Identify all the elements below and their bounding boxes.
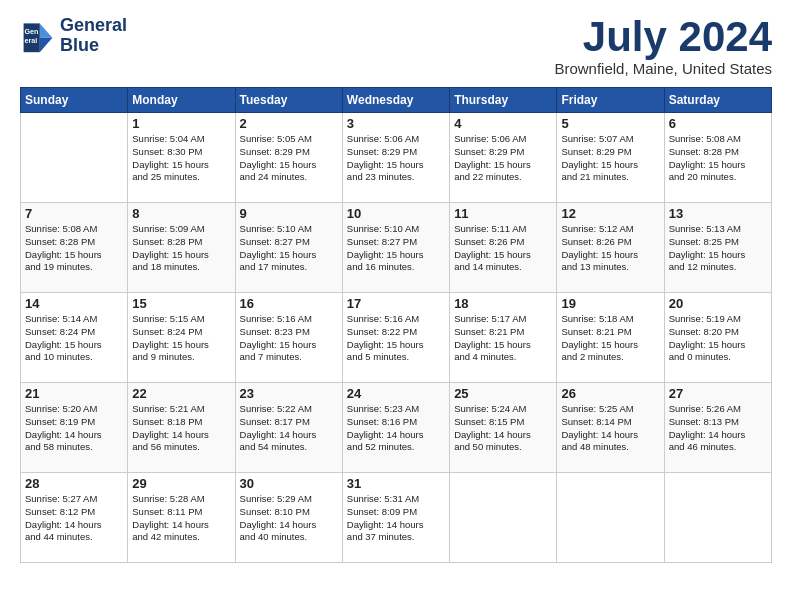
calendar-cell: 27Sunrise: 5:26 AM Sunset: 8:13 PM Dayli… bbox=[664, 383, 771, 473]
calendar-cell: 25Sunrise: 5:24 AM Sunset: 8:15 PM Dayli… bbox=[450, 383, 557, 473]
calendar-cell: 20Sunrise: 5:19 AM Sunset: 8:20 PM Dayli… bbox=[664, 293, 771, 383]
logo-line1: General bbox=[60, 16, 127, 36]
day-number: 9 bbox=[240, 206, 338, 221]
logo-line2: Blue bbox=[60, 36, 127, 56]
calendar-cell: 19Sunrise: 5:18 AM Sunset: 8:21 PM Dayli… bbox=[557, 293, 664, 383]
day-info: Sunrise: 5:20 AM Sunset: 8:19 PM Dayligh… bbox=[25, 403, 123, 454]
page-header: Gen eral General Blue July 2024 Brownfie… bbox=[20, 16, 772, 77]
day-number: 2 bbox=[240, 116, 338, 131]
month-title: July 2024 bbox=[554, 16, 772, 58]
calendar-cell: 7Sunrise: 5:08 AM Sunset: 8:28 PM Daylig… bbox=[21, 203, 128, 293]
day-number: 6 bbox=[669, 116, 767, 131]
day-info: Sunrise: 5:08 AM Sunset: 8:28 PM Dayligh… bbox=[669, 133, 767, 184]
day-number: 25 bbox=[454, 386, 552, 401]
calendar-cell: 13Sunrise: 5:13 AM Sunset: 8:25 PM Dayli… bbox=[664, 203, 771, 293]
day-number: 26 bbox=[561, 386, 659, 401]
logo-text: General Blue bbox=[60, 16, 127, 56]
day-number: 17 bbox=[347, 296, 445, 311]
day-number: 15 bbox=[132, 296, 230, 311]
calendar-cell: 12Sunrise: 5:12 AM Sunset: 8:26 PM Dayli… bbox=[557, 203, 664, 293]
day-number: 23 bbox=[240, 386, 338, 401]
day-info: Sunrise: 5:15 AM Sunset: 8:24 PM Dayligh… bbox=[132, 313, 230, 364]
day-number: 29 bbox=[132, 476, 230, 491]
week-row-4: 21Sunrise: 5:20 AM Sunset: 8:19 PM Dayli… bbox=[21, 383, 772, 473]
day-number: 10 bbox=[347, 206, 445, 221]
day-number: 27 bbox=[669, 386, 767, 401]
day-number: 3 bbox=[347, 116, 445, 131]
day-info: Sunrise: 5:17 AM Sunset: 8:21 PM Dayligh… bbox=[454, 313, 552, 364]
day-info: Sunrise: 5:14 AM Sunset: 8:24 PM Dayligh… bbox=[25, 313, 123, 364]
weekday-header-sunday: Sunday bbox=[21, 88, 128, 113]
day-info: Sunrise: 5:13 AM Sunset: 8:25 PM Dayligh… bbox=[669, 223, 767, 274]
day-number: 24 bbox=[347, 386, 445, 401]
day-info: Sunrise: 5:05 AM Sunset: 8:29 PM Dayligh… bbox=[240, 133, 338, 184]
day-info: Sunrise: 5:27 AM Sunset: 8:12 PM Dayligh… bbox=[25, 493, 123, 544]
day-number: 18 bbox=[454, 296, 552, 311]
calendar-table: SundayMondayTuesdayWednesdayThursdayFrid… bbox=[20, 87, 772, 563]
calendar-cell bbox=[557, 473, 664, 563]
day-info: Sunrise: 5:16 AM Sunset: 8:23 PM Dayligh… bbox=[240, 313, 338, 364]
day-info: Sunrise: 5:09 AM Sunset: 8:28 PM Dayligh… bbox=[132, 223, 230, 274]
svg-text:Gen: Gen bbox=[25, 27, 39, 36]
calendar-cell bbox=[664, 473, 771, 563]
calendar-cell: 29Sunrise: 5:28 AM Sunset: 8:11 PM Dayli… bbox=[128, 473, 235, 563]
calendar-page: Gen eral General Blue July 2024 Brownfie… bbox=[0, 0, 792, 583]
day-info: Sunrise: 5:25 AM Sunset: 8:14 PM Dayligh… bbox=[561, 403, 659, 454]
day-number: 8 bbox=[132, 206, 230, 221]
calendar-cell: 4Sunrise: 5:06 AM Sunset: 8:29 PM Daylig… bbox=[450, 113, 557, 203]
day-number: 20 bbox=[669, 296, 767, 311]
calendar-cell: 28Sunrise: 5:27 AM Sunset: 8:12 PM Dayli… bbox=[21, 473, 128, 563]
day-info: Sunrise: 5:08 AM Sunset: 8:28 PM Dayligh… bbox=[25, 223, 123, 274]
day-info: Sunrise: 5:16 AM Sunset: 8:22 PM Dayligh… bbox=[347, 313, 445, 364]
day-number: 21 bbox=[25, 386, 123, 401]
day-number: 31 bbox=[347, 476, 445, 491]
day-number: 28 bbox=[25, 476, 123, 491]
day-info: Sunrise: 5:06 AM Sunset: 8:29 PM Dayligh… bbox=[454, 133, 552, 184]
calendar-cell: 16Sunrise: 5:16 AM Sunset: 8:23 PM Dayli… bbox=[235, 293, 342, 383]
calendar-header: SundayMondayTuesdayWednesdayThursdayFrid… bbox=[21, 88, 772, 113]
calendar-cell: 22Sunrise: 5:21 AM Sunset: 8:18 PM Dayli… bbox=[128, 383, 235, 473]
day-number: 11 bbox=[454, 206, 552, 221]
calendar-cell: 30Sunrise: 5:29 AM Sunset: 8:10 PM Dayli… bbox=[235, 473, 342, 563]
day-number: 1 bbox=[132, 116, 230, 131]
title-block: July 2024 Brownfield, Maine, United Stat… bbox=[554, 16, 772, 77]
day-number: 13 bbox=[669, 206, 767, 221]
weekday-header-saturday: Saturday bbox=[664, 88, 771, 113]
logo-icon: Gen eral bbox=[20, 18, 56, 54]
calendar-cell: 11Sunrise: 5:11 AM Sunset: 8:26 PM Dayli… bbox=[450, 203, 557, 293]
day-info: Sunrise: 5:10 AM Sunset: 8:27 PM Dayligh… bbox=[240, 223, 338, 274]
day-number: 19 bbox=[561, 296, 659, 311]
day-number: 16 bbox=[240, 296, 338, 311]
day-number: 12 bbox=[561, 206, 659, 221]
calendar-cell bbox=[450, 473, 557, 563]
day-info: Sunrise: 5:31 AM Sunset: 8:09 PM Dayligh… bbox=[347, 493, 445, 544]
calendar-cell: 14Sunrise: 5:14 AM Sunset: 8:24 PM Dayli… bbox=[21, 293, 128, 383]
calendar-cell: 10Sunrise: 5:10 AM Sunset: 8:27 PM Dayli… bbox=[342, 203, 449, 293]
weekday-header-thursday: Thursday bbox=[450, 88, 557, 113]
day-number: 7 bbox=[25, 206, 123, 221]
day-info: Sunrise: 5:28 AM Sunset: 8:11 PM Dayligh… bbox=[132, 493, 230, 544]
calendar-cell: 24Sunrise: 5:23 AM Sunset: 8:16 PM Dayli… bbox=[342, 383, 449, 473]
day-info: Sunrise: 5:29 AM Sunset: 8:10 PM Dayligh… bbox=[240, 493, 338, 544]
weekday-header-wednesday: Wednesday bbox=[342, 88, 449, 113]
calendar-cell: 15Sunrise: 5:15 AM Sunset: 8:24 PM Dayli… bbox=[128, 293, 235, 383]
calendar-cell: 6Sunrise: 5:08 AM Sunset: 8:28 PM Daylig… bbox=[664, 113, 771, 203]
day-info: Sunrise: 5:11 AM Sunset: 8:26 PM Dayligh… bbox=[454, 223, 552, 274]
day-number: 30 bbox=[240, 476, 338, 491]
day-info: Sunrise: 5:07 AM Sunset: 8:29 PM Dayligh… bbox=[561, 133, 659, 184]
calendar-cell: 3Sunrise: 5:06 AM Sunset: 8:29 PM Daylig… bbox=[342, 113, 449, 203]
calendar-cell: 8Sunrise: 5:09 AM Sunset: 8:28 PM Daylig… bbox=[128, 203, 235, 293]
logo: Gen eral General Blue bbox=[20, 16, 127, 56]
week-row-5: 28Sunrise: 5:27 AM Sunset: 8:12 PM Dayli… bbox=[21, 473, 772, 563]
calendar-cell: 21Sunrise: 5:20 AM Sunset: 8:19 PM Dayli… bbox=[21, 383, 128, 473]
weekday-header-friday: Friday bbox=[557, 88, 664, 113]
day-info: Sunrise: 5:23 AM Sunset: 8:16 PM Dayligh… bbox=[347, 403, 445, 454]
calendar-cell: 26Sunrise: 5:25 AM Sunset: 8:14 PM Dayli… bbox=[557, 383, 664, 473]
day-number: 4 bbox=[454, 116, 552, 131]
day-info: Sunrise: 5:19 AM Sunset: 8:20 PM Dayligh… bbox=[669, 313, 767, 364]
day-number: 14 bbox=[25, 296, 123, 311]
week-row-2: 7Sunrise: 5:08 AM Sunset: 8:28 PM Daylig… bbox=[21, 203, 772, 293]
day-info: Sunrise: 5:26 AM Sunset: 8:13 PM Dayligh… bbox=[669, 403, 767, 454]
day-number: 5 bbox=[561, 116, 659, 131]
day-number: 22 bbox=[132, 386, 230, 401]
